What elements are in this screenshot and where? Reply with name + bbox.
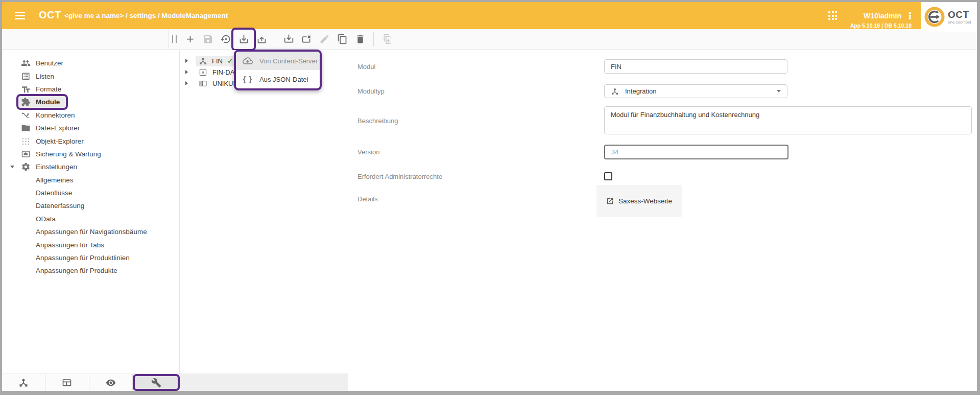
admin-rights-label: Erfordert Administratorrechte [357, 173, 442, 180]
beschreibung-textarea[interactable]: Modul für Finanzbuchhaltung und Kostenre… [604, 106, 972, 134]
wrench-icon [151, 378, 161, 388]
export-remove-button[interactable] [300, 33, 313, 46]
drag-handle-icon[interactable] [172, 35, 177, 43]
sidebar-item-konnektoren[interactable]: Konnektoren [2, 109, 179, 122]
saxess-webseite-link[interactable]: Saxess-Webseite [606, 197, 672, 205]
tree-bottom-strip [180, 374, 350, 391]
sidebar-item-formate[interactable]: Formate [2, 83, 179, 96]
sidebar-item-listen[interactable]: Listen [2, 69, 179, 82]
beschreibung-label: Beschreibung [357, 117, 398, 125]
logo-tagline: one cool tool [948, 20, 971, 25]
check-icon: ✓ [227, 57, 233, 65]
sidebar-item-sicherung-wartung[interactable]: Sicherung & Wartung [2, 148, 179, 160]
wrench-tab[interactable] [133, 374, 180, 391]
import-module-button[interactable] [282, 33, 295, 46]
top-header: OCT <give me a name> / settings / Module… [2, 2, 977, 29]
sidebar-item-odata[interactable]: OData [2, 213, 179, 225]
app-surface: OCT <give me a name> / settings / Module… [2, 2, 977, 391]
sidebar-item-datenfluesse[interactable]: Datenflüsse [2, 187, 179, 199]
sidebar-item-anpassungen-navigationsbaeume[interactable]: Anpassungen für Navigationsbäume [2, 225, 179, 238]
table-icon [62, 378, 72, 388]
delete-button[interactable] [353, 33, 367, 46]
text-format-icon [18, 84, 33, 94]
braces-icon: { } [243, 75, 253, 83]
sidebar-item-benutzer[interactable]: Benutzer [2, 57, 179, 69]
folder-icon [18, 123, 33, 133]
modultyp-select[interactable]: Integration [604, 84, 787, 98]
save-button[interactable] [201, 33, 214, 46]
eye-icon [106, 378, 116, 388]
import-box-icon [199, 68, 207, 77]
group-icon [18, 58, 33, 68]
hierarchy-icon [18, 378, 29, 388]
details-panel: Saxess-Webseite [596, 185, 682, 217]
menu-item-aus-json-datei[interactable]: { } Aus JSON-Datei [236, 70, 320, 88]
modul-label: Modul [357, 63, 375, 71]
table-tab[interactable] [45, 374, 89, 391]
sidebar-nav: Benutzer Listen Formate Module Konnektor… [2, 50, 180, 374]
toolbar-divider [169, 29, 169, 49]
kebab-menu-icon[interactable]: ••• [909, 12, 912, 19]
hamburger-menu-icon[interactable] [15, 12, 25, 19]
toolbar-separator [275, 32, 275, 47]
app-title: OCT [39, 9, 61, 21]
oct-logo-icon [924, 6, 945, 28]
connector-icon [18, 110, 33, 120]
version-info: App 5.10.18 | DB 5.10.18 [850, 22, 912, 29]
expand-caret-icon[interactable] [6, 166, 18, 168]
module-form: Modul FIN Modultyp Integration Beschreib… [348, 50, 977, 391]
grid-dots-icon [18, 136, 33, 146]
sidebar-item-datei-explorer[interactable]: Datei-Explorer [2, 122, 179, 134]
module-highlight-annotation: Module [18, 96, 66, 108]
add-button[interactable] [183, 33, 197, 46]
integration-icon [611, 87, 619, 96]
cloud-download-icon [243, 56, 253, 66]
integration-icon [199, 57, 207, 65]
duplicate-document-button[interactable] [380, 33, 394, 46]
external-link-icon [606, 197, 614, 205]
logo-text: OCT [948, 9, 971, 20]
version-label: Version [357, 148, 379, 156]
copy-button[interactable] [336, 33, 349, 46]
sidebar-item-anpassungen-produkte[interactable]: Anpassungen für Produkte [2, 264, 179, 277]
expand-caret-icon[interactable] [185, 70, 192, 74]
expand-caret-icon[interactable] [185, 81, 192, 85]
upload-button[interactable] [255, 33, 268, 46]
table-box-icon [199, 79, 207, 88]
app-window: OCT <give me a name> / settings / Module… [0, 0, 980, 395]
main-toolbar [2, 29, 977, 50]
user-label[interactable]: W10\admin [864, 12, 901, 20]
modul-input[interactable]: FIN [604, 59, 787, 74]
admin-rights-checkbox[interactable] [604, 172, 612, 180]
chevron-down-icon [777, 90, 781, 92]
apps-grid-icon[interactable] [828, 11, 837, 20]
edit-button[interactable] [318, 33, 331, 46]
breadcrumb: <give me a name> / settings / ModuleMana… [64, 12, 228, 19]
sidebar-item-einstellungen[interactable]: Einstellungen [2, 160, 179, 173]
sidebar-item-allgemeines[interactable]: Allgemeines [2, 174, 179, 187]
download-button[interactable] [237, 33, 250, 46]
gear-icon [18, 162, 33, 172]
puzzle-icon [18, 97, 33, 107]
sidebar-item-module[interactable]: Module [2, 96, 179, 108]
expand-caret-icon[interactable] [185, 59, 192, 63]
oct-logo: OCT one cool tool [921, 2, 977, 32]
details-label: Details [357, 195, 378, 203]
restore-button[interactable] [219, 33, 232, 46]
list-icon [18, 72, 33, 81]
sidebar-item-anpassungen-produktlinien[interactable]: Anpassungen für Produktlinien [2, 251, 179, 264]
hierarchy-tab[interactable] [2, 374, 45, 391]
sidebar-item-objekt-explorer[interactable]: Objekt-Explorer [2, 134, 179, 147]
eye-tab[interactable] [89, 374, 133, 391]
sidebar-item-anpassungen-tabs[interactable]: Anpassungen für Tabs [2, 238, 179, 251]
sidebar-bottom-toolbar [2, 374, 180, 391]
module-tree: FIN ✓ FIN-DATE UNIKUM- [180, 50, 350, 374]
modultyp-label: Modultyp [357, 87, 385, 95]
sidebar-item-datenerfassung[interactable]: Datenerfassung [2, 199, 179, 212]
version-input[interactable]: 34 [604, 145, 788, 159]
backup-icon [18, 149, 33, 159]
toolbar-separator [373, 32, 374, 47]
import-dropdown-menu: Von Content-Server { } Aus JSON-Datei [234, 50, 322, 90]
menu-item-von-content-server[interactable]: Von Content-Server [236, 52, 320, 70]
